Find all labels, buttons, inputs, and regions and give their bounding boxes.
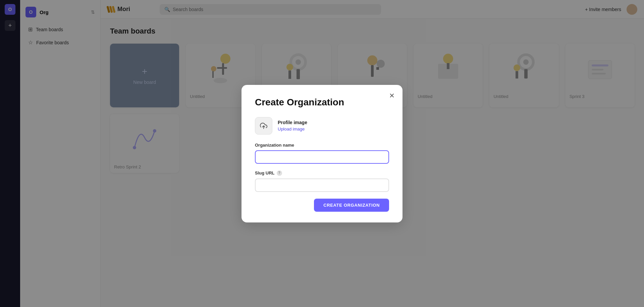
modal-footer: CREATE ORGANIZATION — [255, 199, 389, 212]
upload-image-link[interactable]: Upload image — [278, 126, 305, 132]
profile-image-row: Profile image Upload image — [255, 117, 389, 135]
slug-help-icon[interactable]: ? — [277, 170, 282, 176]
org-name-group: Organization name — [255, 143, 389, 164]
org-name-label: Organization name — [255, 143, 389, 148]
modal-overlay: ✕ Create Organization Profile image Uplo… — [0, 0, 644, 307]
upload-image-button[interactable] — [255, 117, 272, 135]
org-name-input[interactable] — [255, 150, 389, 164]
slug-url-input[interactable] — [255, 178, 389, 192]
modal-title: Create Organization — [255, 97, 389, 108]
profile-image-label: Profile image — [278, 120, 307, 125]
create-org-button[interactable]: CREATE ORGANIZATION — [314, 199, 389, 212]
slug-url-label: Slug URL — [255, 170, 275, 175]
profile-image-labels: Profile image Upload image — [278, 120, 307, 132]
modal-close-button[interactable]: ✕ — [386, 90, 397, 101]
create-org-modal: ✕ Create Organization Profile image Uplo… — [241, 85, 402, 222]
slug-url-group: Slug URL ? — [255, 170, 389, 192]
